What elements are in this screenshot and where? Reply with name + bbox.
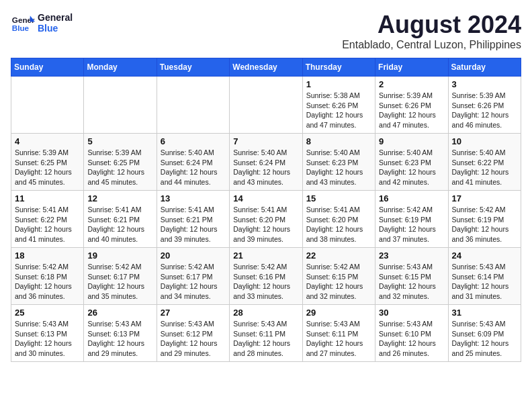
day-cell: 30Sunrise: 5:43 AM Sunset: 6:10 PM Dayli… [375,305,448,362]
day-info: Sunrise: 5:43 AM Sunset: 6:11 PM Dayligh… [306,319,371,359]
day-cell: 25Sunrise: 5:43 AM Sunset: 6:13 PM Dayli… [11,305,84,362]
day-number: 3 [452,79,517,89]
day-cell [157,77,229,134]
day-cell: 11Sunrise: 5:41 AM Sunset: 6:22 PM Dayli… [11,191,84,248]
day-number: 6 [161,136,226,146]
day-info: Sunrise: 5:43 AM Sunset: 6:10 PM Dayligh… [379,319,444,359]
day-number: 16 [379,193,444,203]
day-number: 9 [379,136,444,146]
day-info: Sunrise: 5:40 AM Sunset: 6:22 PM Dayligh… [452,148,517,187]
day-cell: 6Sunrise: 5:40 AM Sunset: 6:24 PM Daylig… [157,134,229,191]
day-cell: 18Sunrise: 5:42 AM Sunset: 6:18 PM Dayli… [11,248,84,305]
header: General Blue General Blue August 2024 En… [11,11,521,51]
day-cell: 17Sunrise: 5:42 AM Sunset: 6:19 PM Dayli… [448,191,521,248]
day-number: 19 [87,250,152,261]
day-cell: 27Sunrise: 5:43 AM Sunset: 6:12 PM Dayli… [157,305,229,362]
day-number: 29 [306,308,371,318]
day-info: Sunrise: 5:42 AM Sunset: 6:19 PM Dayligh… [379,205,444,244]
day-cell [11,77,84,134]
day-info: Sunrise: 5:42 AM Sunset: 6:19 PM Dayligh… [452,205,517,244]
day-number: 7 [233,136,298,146]
day-cell: 21Sunrise: 5:42 AM Sunset: 6:16 PM Dayli… [230,248,302,305]
day-info: Sunrise: 5:41 AM Sunset: 6:21 PM Dayligh… [161,205,226,244]
logo: General Blue General Blue [11,11,73,35]
day-number: 8 [306,136,371,146]
day-number: 4 [15,136,80,146]
day-info: Sunrise: 5:42 AM Sunset: 6:17 PM Dayligh… [87,262,152,302]
day-cell: 2Sunrise: 5:39 AM Sunset: 6:26 PM Daylig… [375,77,448,134]
logo-text-general: General [38,12,73,23]
day-cell: 14Sunrise: 5:41 AM Sunset: 6:20 PM Dayli… [230,191,302,248]
calendar-table: SundayMondayTuesdayWednesdayThursdayFrid… [11,58,521,362]
week-row-3: 11Sunrise: 5:41 AM Sunset: 6:22 PM Dayli… [11,191,521,248]
day-info: Sunrise: 5:41 AM Sunset: 6:20 PM Dayligh… [306,205,371,244]
calendar-header: SundayMondayTuesdayWednesdayThursdayFrid… [11,58,521,77]
day-number: 28 [233,308,298,318]
day-cell [84,77,157,134]
day-number: 20 [161,250,226,261]
weekday-header-sunday: Sunday [11,58,84,77]
day-cell: 10Sunrise: 5:40 AM Sunset: 6:22 PM Dayli… [448,134,521,191]
day-info: Sunrise: 5:39 AM Sunset: 6:26 PM Dayligh… [452,91,517,130]
day-info: Sunrise: 5:39 AM Sunset: 6:25 PM Dayligh… [15,148,80,187]
day-number: 26 [87,308,152,318]
day-number: 12 [87,193,152,203]
day-info: Sunrise: 5:42 AM Sunset: 6:15 PM Dayligh… [306,262,371,302]
day-cell: 8Sunrise: 5:40 AM Sunset: 6:23 PM Daylig… [302,134,375,191]
day-number: 22 [306,250,371,261]
day-info: Sunrise: 5:39 AM Sunset: 6:25 PM Dayligh… [87,148,152,187]
week-row-1: 1Sunrise: 5:38 AM Sunset: 6:26 PM Daylig… [11,77,521,134]
day-cell: 3Sunrise: 5:39 AM Sunset: 6:26 PM Daylig… [448,77,521,134]
day-number: 30 [379,308,444,318]
day-info: Sunrise: 5:43 AM Sunset: 6:13 PM Dayligh… [15,319,80,359]
day-number: 10 [452,136,517,146]
week-row-5: 25Sunrise: 5:43 AM Sunset: 6:13 PM Dayli… [11,305,521,362]
day-info: Sunrise: 5:43 AM Sunset: 6:15 PM Dayligh… [379,262,444,302]
day-number: 14 [233,193,298,203]
day-info: Sunrise: 5:43 AM Sunset: 6:13 PM Dayligh… [87,319,152,359]
day-cell: 12Sunrise: 5:41 AM Sunset: 6:21 PM Dayli… [84,191,157,248]
day-info: Sunrise: 5:41 AM Sunset: 6:22 PM Dayligh… [15,205,80,244]
day-info: Sunrise: 5:39 AM Sunset: 6:26 PM Dayligh… [379,91,444,130]
day-cell [230,77,302,134]
day-info: Sunrise: 5:40 AM Sunset: 6:24 PM Dayligh… [233,148,298,187]
logo-text-blue: Blue [38,23,73,34]
day-number: 5 [87,136,152,146]
weekday-header-monday: Monday [84,58,157,77]
day-cell: 31Sunrise: 5:43 AM Sunset: 6:09 PM Dayli… [448,305,521,362]
logo-icon: General Blue [11,11,35,35]
day-cell: 1Sunrise: 5:38 AM Sunset: 6:26 PM Daylig… [302,77,375,134]
day-cell: 26Sunrise: 5:43 AM Sunset: 6:13 PM Dayli… [84,305,157,362]
day-cell: 5Sunrise: 5:39 AM Sunset: 6:25 PM Daylig… [84,134,157,191]
title-area: August 2024 Entablado, Central Luzon, Ph… [342,11,521,51]
day-cell: 24Sunrise: 5:43 AM Sunset: 6:14 PM Dayli… [448,248,521,305]
day-number: 11 [15,193,80,203]
day-number: 24 [452,250,517,261]
day-info: Sunrise: 5:41 AM Sunset: 6:20 PM Dayligh… [233,205,298,244]
day-cell: 23Sunrise: 5:43 AM Sunset: 6:15 PM Dayli… [375,248,448,305]
day-number: 23 [379,250,444,261]
month-year-title: August 2024 [342,11,521,39]
day-cell: 20Sunrise: 5:42 AM Sunset: 6:17 PM Dayli… [157,248,229,305]
day-info: Sunrise: 5:43 AM Sunset: 6:14 PM Dayligh… [452,262,517,302]
day-info: Sunrise: 5:43 AM Sunset: 6:09 PM Dayligh… [452,319,517,359]
day-info: Sunrise: 5:43 AM Sunset: 6:12 PM Dayligh… [161,319,226,359]
day-info: Sunrise: 5:41 AM Sunset: 6:21 PM Dayligh… [87,205,152,244]
day-number: 1 [306,79,371,89]
weekday-header-row: SundayMondayTuesdayWednesdayThursdayFrid… [11,58,521,77]
day-cell: 13Sunrise: 5:41 AM Sunset: 6:21 PM Dayli… [157,191,229,248]
day-cell: 16Sunrise: 5:42 AM Sunset: 6:19 PM Dayli… [375,191,448,248]
day-cell: 28Sunrise: 5:43 AM Sunset: 6:11 PM Dayli… [230,305,302,362]
calendar-body: 1Sunrise: 5:38 AM Sunset: 6:26 PM Daylig… [11,77,521,362]
weekday-header-thursday: Thursday [302,58,375,77]
day-number: 31 [452,308,517,318]
week-row-4: 18Sunrise: 5:42 AM Sunset: 6:18 PM Dayli… [11,248,521,305]
weekday-header-wednesday: Wednesday [230,58,302,77]
weekday-header-saturday: Saturday [448,58,521,77]
day-info: Sunrise: 5:43 AM Sunset: 6:11 PM Dayligh… [233,319,298,359]
day-number: 13 [161,193,226,203]
day-cell: 22Sunrise: 5:42 AM Sunset: 6:15 PM Dayli… [302,248,375,305]
day-info: Sunrise: 5:42 AM Sunset: 6:18 PM Dayligh… [15,262,80,302]
week-row-2: 4Sunrise: 5:39 AM Sunset: 6:25 PM Daylig… [11,134,521,191]
day-cell: 7Sunrise: 5:40 AM Sunset: 6:24 PM Daylig… [230,134,302,191]
